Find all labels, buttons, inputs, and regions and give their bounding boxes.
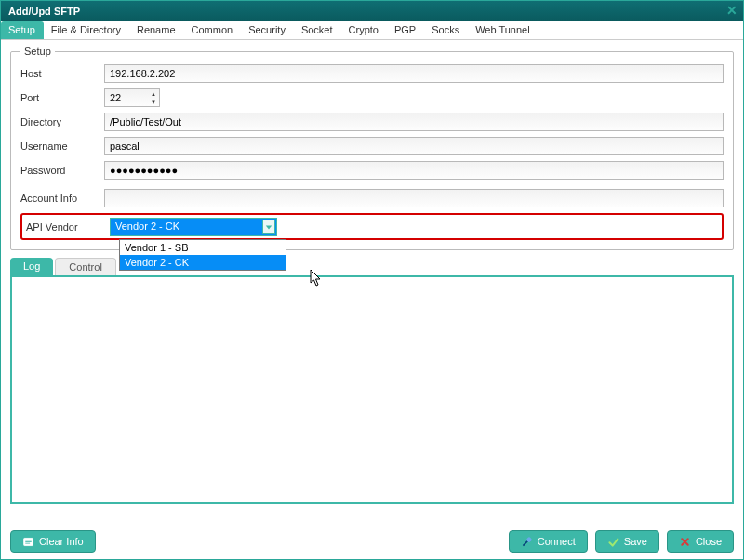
host-input[interactable]: [104, 64, 724, 83]
api-vendor-highlight-box: API Vendor Vendor 2 - CK Vendor 1 - SB V…: [20, 213, 724, 240]
clear-info-button[interactable]: Clear Info: [10, 530, 96, 553]
api-vendor-label: API Vendor: [26, 221, 110, 233]
tab-rename[interactable]: Rename: [129, 21, 184, 39]
tab-file-directory[interactable]: File & Directory: [44, 21, 129, 39]
log-panel[interactable]: [10, 275, 734, 504]
close-x-icon: [679, 536, 691, 548]
check-icon: [607, 536, 619, 548]
api-vendor-option-0[interactable]: Vendor 1 - SB: [120, 240, 286, 255]
api-vendor-selected[interactable]: Vendor 2 - CK: [110, 218, 277, 236]
tab-web-tunnel[interactable]: Web Tunnel: [468, 21, 538, 39]
api-vendor-combo[interactable]: Vendor 2 - CK: [110, 218, 277, 236]
api-vendor-dropdown[interactable]: Vendor 1 - SB Vendor 2 - CK: [119, 239, 286, 271]
account-info-label: Account Info: [20, 193, 104, 204]
port-label: Port: [20, 92, 104, 103]
chevron-down-icon[interactable]: [262, 220, 275, 234]
tab-socket[interactable]: Socket: [294, 21, 341, 39]
connect-button[interactable]: Connect: [509, 530, 588, 553]
tab-pgp[interactable]: PGP: [387, 21, 424, 39]
account-info-input[interactable]: [104, 189, 724, 207]
directory-label: Directory: [20, 116, 104, 127]
buttonbar: Clear Info Connect Save Close: [1, 527, 743, 555]
api-vendor-option-1[interactable]: Vendor 2 - CK: [120, 255, 286, 270]
close-icon[interactable]: ✕: [726, 3, 737, 18]
save-label: Save: [624, 536, 647, 547]
setup-fieldset: Setup Host Port ▲ ▼ Directory Username: [10, 46, 734, 250]
password-label: Password: [20, 165, 104, 176]
password-input[interactable]: [104, 161, 724, 180]
connect-icon: [521, 536, 533, 548]
tab-crypto[interactable]: Crypto: [341, 21, 387, 39]
clear-info-label: Clear Info: [39, 536, 84, 547]
main-tabbar: Setup File & Directory Rename Common Sec…: [1, 21, 743, 40]
tab-log[interactable]: Log: [10, 258, 53, 275]
tab-setup[interactable]: Setup: [1, 21, 44, 39]
close-label: Close: [696, 536, 722, 547]
connect-label: Connect: [538, 536, 576, 547]
port-spinner[interactable]: ▲ ▼: [148, 89, 159, 106]
tab-security[interactable]: Security: [241, 21, 294, 39]
clear-icon: [22, 536, 34, 548]
username-label: Username: [20, 140, 104, 152]
titlebar: Add/Upd SFTP ✕: [1, 1, 743, 21]
tab-common[interactable]: Common: [184, 21, 242, 39]
save-button[interactable]: Save: [595, 530, 659, 553]
tab-control[interactable]: Control: [55, 258, 115, 275]
tab-socks[interactable]: Socks: [424, 21, 468, 39]
setup-legend: Setup: [20, 46, 55, 57]
svg-marker-0: [266, 225, 272, 229]
spinner-up-icon[interactable]: ▲: [148, 89, 159, 98]
window-title: Add/Upd SFTP: [8, 6, 80, 17]
spinner-down-icon[interactable]: ▼: [148, 98, 159, 106]
username-input[interactable]: [104, 137, 724, 155]
directory-input[interactable]: [104, 113, 724, 131]
close-button[interactable]: Close: [667, 530, 734, 553]
host-label: Host: [20, 68, 104, 79]
